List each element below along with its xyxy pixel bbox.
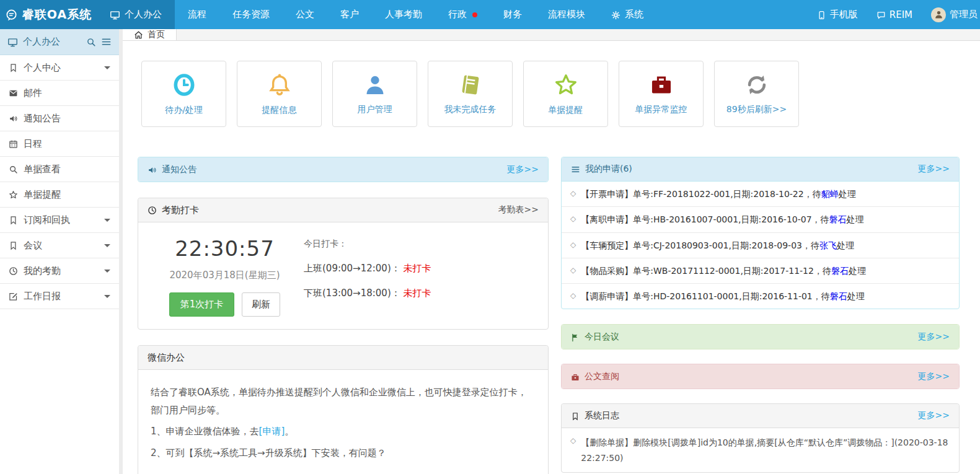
applications-panel-header: 我的申请(6) 更多>> — [562, 157, 959, 182]
diamond-bullet-icon: ◇ — [570, 188, 576, 200]
sidebar-item-my-attendance[interactable]: 我的考勤 — [0, 258, 119, 284]
nav-item-customer[interactable]: 客户 — [327, 0, 372, 29]
speaker-icon — [148, 164, 157, 175]
monitor-icon — [110, 9, 120, 20]
today-punch-label: 今日打卡： — [304, 239, 431, 250]
sidebar-item-doc-reminder[interactable]: 单据提醒 — [0, 182, 119, 208]
attendance-panel-header: 考勤打卡 考勤表>> — [138, 198, 548, 222]
sidebar: 个人办公 个人中心 邮件 通知公告 日程 单据查看 单据提醒 — [0, 29, 123, 474]
handler-link[interactable]: 磐石 — [831, 266, 849, 276]
attendance-sheet-link[interactable]: 考勤表>> — [498, 204, 539, 216]
application-row[interactable]: ◇ 【车辆预定】单号:CJ-20180903-001,日期:2018-09-03… — [562, 233, 959, 258]
documents-panel-title: 公文查阅 — [585, 371, 619, 382]
sidebar-item-work-daily[interactable]: 工作日报 — [0, 284, 119, 309]
attendance-body: 22:30:57 2020年03月18日(星期三) 第1次打卡 刷新 今日打卡： — [138, 222, 548, 329]
refresh-button[interactable]: 刷新 — [242, 292, 280, 317]
syslog-entry[interactable]: ◇ 【删除单据】删除模块[调拨单]id为10的单据,摘要[从仓库“默认仓库”调拨… — [562, 428, 959, 472]
sidebar-title: 个人办公 — [23, 36, 60, 48]
gear-icon — [611, 9, 620, 20]
briefcase-icon — [650, 73, 673, 97]
nav-item-finance[interactable]: 财务 — [490, 0, 535, 29]
card-doc-reminder[interactable]: 单据提醒 — [523, 61, 608, 127]
sidebar-item-meeting[interactable]: 会议 — [0, 233, 119, 258]
star-icon — [554, 72, 578, 97]
sidebar-menu-icon[interactable] — [101, 37, 112, 47]
nav-item-hr-attendance[interactable]: 人事考勤 — [372, 0, 435, 29]
sidebar-item-subscription[interactable]: 订阅和回执 — [0, 208, 119, 233]
meetings-panel-title: 今日会议 — [585, 331, 619, 343]
diamond-bullet-icon: ◇ — [570, 213, 576, 225]
sidebar-item-doc-view[interactable]: 单据查看 — [0, 157, 119, 182]
wechat-intro-text: 结合了睿联OA系统，单据待办推送提醒到个人微信和企业微信上，也可快捷登录定位打卡… — [151, 384, 536, 419]
notice-more-link[interactable]: 更多>> — [507, 164, 539, 175]
application-row[interactable]: ◇ 【离职申请】单号:HB-20161007-0001,日期:2016-10-0… — [562, 207, 959, 232]
card-user-management[interactable]: 用户管理 — [332, 61, 417, 127]
wechat-panel: 微信办公 结合了睿联OA系统，单据待办推送提醒到个人微信和企业微信上，也可快捷登… — [138, 345, 549, 474]
red-dot-badge — [472, 12, 477, 17]
nav-item-administration[interactable]: 行政 — [435, 0, 490, 29]
card-doc-anomaly-monitor[interactable]: 单据异常监控 — [619, 61, 704, 127]
sidebar-item-mail[interactable]: 邮件 — [0, 81, 119, 106]
diamond-bullet-icon: ◇ — [570, 290, 576, 302]
handler-link[interactable]: 磐石 — [829, 214, 847, 224]
card-unfinished-tasks[interactable]: 我未完成任务 — [428, 61, 513, 127]
sidebar-item-personal-center[interactable]: 个人中心 — [0, 55, 119, 81]
nav-item-personal-office[interactable]: 个人办公 — [97, 0, 175, 29]
syslog-panel-header: 系统日志 更多>> — [562, 404, 959, 428]
main-menu: 个人办公 流程 任务资源 公文 客户 人事考勤 行政 财务 流程模块 系统 — [97, 0, 656, 29]
current-date: 2020年03月18日(星期三) — [146, 270, 304, 281]
nav-item-workflow[interactable]: 流程 — [175, 0, 219, 29]
mobile-version-link[interactable]: 手机版 — [817, 9, 858, 20]
user-menu[interactable]: 管理员 — [931, 7, 978, 22]
card-reminders[interactable]: 提醒信息 — [237, 61, 322, 127]
applications-more-link[interactable]: 更多>> — [918, 164, 950, 175]
tab-bar: 首页 — [123, 29, 980, 41]
handler-link[interactable]: 张飞 — [819, 240, 837, 250]
speaker-icon — [9, 113, 18, 124]
bell-icon — [267, 72, 292, 97]
application-row[interactable]: ◇ 【物品采购】单号:WB-20171112-0001,日期:2017-11-1… — [562, 258, 959, 284]
sidebar-item-notice[interactable]: 通知公告 — [0, 106, 119, 131]
application-row[interactable]: ◇ 【开票申请】单号:FF-20181022-001,日期:2018-10-22… — [562, 182, 959, 207]
calendar-icon — [9, 138, 18, 149]
tab-home[interactable]: 首页 — [123, 29, 177, 40]
card-todo[interactable]: 待办/处理 — [141, 61, 226, 127]
handler-link[interactable]: 磐石 — [830, 291, 847, 301]
nav-item-system[interactable]: 系统 — [598, 0, 656, 29]
documents-panel-header: 公文查阅 更多>> — [562, 364, 959, 388]
sidebar-search-icon[interactable] — [86, 37, 96, 47]
clock-icon — [148, 204, 157, 216]
briefcase-icon — [571, 372, 580, 382]
application-row[interactable]: ◇ 【调薪申请】单号:HD-20161101-0001,日期:2016-11-0… — [562, 284, 959, 309]
wechat-apply-line: 1、申请企业微信体验，去[申请]。 — [151, 423, 536, 441]
sidebar-item-schedule[interactable]: 日程 — [0, 131, 119, 157]
diamond-bullet-icon: ◇ — [570, 239, 576, 251]
syslog-more-link[interactable]: 更多>> — [918, 410, 950, 421]
notice-panel-header: 通知公告 更多>> — [138, 157, 548, 182]
punch-in-button[interactable]: 第1次打卡 — [169, 292, 235, 317]
handler-link[interactable]: 貂蝉 — [821, 189, 839, 199]
bookmark-icon — [9, 240, 18, 251]
meetings-panel: 今日会议 更多>> — [561, 324, 960, 349]
nav-item-workflow-module[interactable]: 流程模块 — [535, 0, 598, 29]
app-title: 睿联OA系统 — [22, 7, 92, 23]
chevron-down-icon — [104, 270, 110, 273]
chevron-down-icon — [104, 219, 110, 222]
apply-link[interactable]: [申请] — [259, 426, 285, 437]
documents-more-link[interactable]: 更多>> — [918, 371, 950, 382]
pencil-icon — [9, 291, 18, 302]
list-icon — [571, 164, 580, 175]
card-refresh-countdown[interactable]: 89秒后刷新>> — [714, 61, 799, 127]
nav-item-task-resource[interactable]: 任务资源 — [219, 0, 283, 29]
reim-link[interactable]: REIM — [876, 9, 912, 20]
flag-icon — [571, 332, 580, 342]
meetings-more-link[interactable]: 更多>> — [918, 331, 950, 343]
clock-icon — [172, 72, 196, 97]
nav-item-official-doc[interactable]: 公文 — [283, 0, 327, 29]
logo-bubble-icon — [5, 7, 18, 22]
syslog-panel: 系统日志 更多>> ◇ 【删除单据】删除模块[调拨单]id为10的单据,摘要[从… — [561, 403, 960, 473]
afternoon-shift-row: 下班(13:00→18:00)： 未打卡 — [304, 287, 431, 299]
syslog-panel-title: 系统日志 — [585, 410, 619, 421]
sidebar-header: 个人办公 — [0, 29, 119, 55]
app-logo[interactable]: 睿联OA系统 — [0, 0, 97, 29]
